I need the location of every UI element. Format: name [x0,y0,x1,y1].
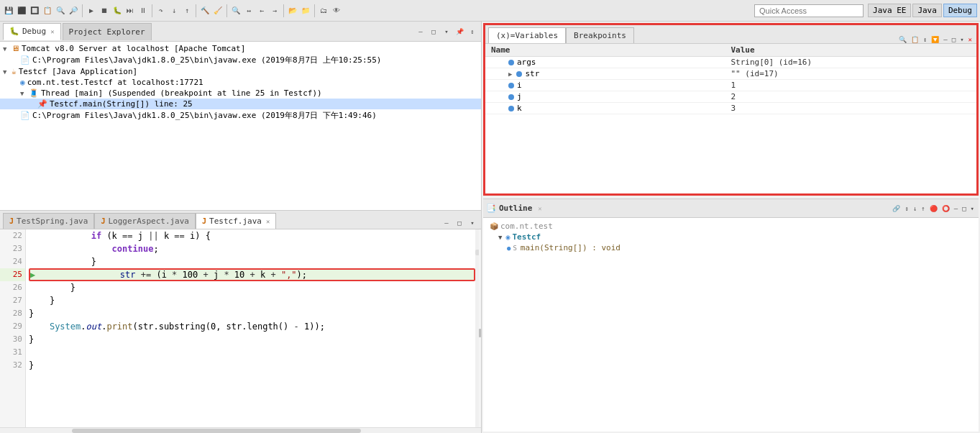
perspective-java-ee[interactable]: Java EE [868,4,911,17]
outline-action-3[interactable]: ↓ [912,205,918,212]
var-row-j[interactable]: j 2 [485,91,976,103]
quick-access-input[interactable] [754,4,864,17]
variables-tab[interactable]: (x)= Variables [488,27,566,43]
tree-item-tomcat-process[interactable]: 📄 C:\Program Files\Java\jdk1.8.0_25\bin\… [0,54,481,66]
tree-item-testcf-app[interactable]: ▼ ☕ Testcf [Java Application] [0,66,481,77]
toolbar-icon-3[interactable]: 🔲 [29,5,40,17]
editor-tab-testcf[interactable]: J Testcf.java ✕ [196,213,276,229]
outline-action-4[interactable]: ↑ [920,205,926,212]
var-minimize-btn[interactable]: — [942,36,948,43]
outline-maximize-btn[interactable]: □ [961,205,967,212]
var-action-3[interactable]: ↕ [922,36,928,43]
args-value: String[0] (id=16) [731,58,971,67]
var-action-2[interactable]: 📋 [910,36,920,43]
var-close-btn[interactable]: ✕ [967,36,974,43]
stop-icon[interactable]: ⏹ [99,5,110,17]
editor-scrollbar[interactable] [475,229,481,427]
var-row-k[interactable]: k 3 [485,103,976,114]
line-numbers: 22 23 24 25 26 27 28 29 30 31 32 [0,229,26,427]
separator-4 [226,4,227,17]
var-row-str[interactable]: ▶ str "" (id=17) [485,68,976,80]
editor-view-menu-btn[interactable]: ▾ [467,217,478,229]
str-expand-arrow[interactable]: ▶ [508,70,512,78]
toolbar-icon-6[interactable]: 🔎 [68,5,79,17]
editor-tab-testspring-label: TestSpring.java [17,216,88,226]
run-icon[interactable]: ▶ [86,5,97,17]
clean-icon[interactable]: 🧹 [212,5,224,17]
outline-package[interactable]: 📦 com.nt.test [483,221,979,232]
back-icon[interactable]: ← [256,5,267,17]
editor-maximize-btn[interactable]: □ [454,217,465,229]
toolbar-icon-4[interactable]: 📋 [42,5,53,17]
maximize-btn[interactable]: □ [428,26,439,37]
editor-tab-testspring[interactable]: J TestSpring.java [3,213,94,229]
tree-item-tomcat[interactable]: ▼ 🖥 Tomcat v8.0 Server at localhost [Apa… [0,43,481,54]
str-value: "" (id=17) [731,69,971,78]
tree-arrow-thread: ▼ [20,90,29,97]
open-resource-icon[interactable]: 📁 [300,5,311,17]
var-row-args[interactable]: args String[0] (id=16) [485,57,976,68]
step-over-icon[interactable]: ↷ [155,5,167,17]
editor-minimize-btn[interactable]: — [441,217,452,229]
minimize-btn[interactable]: — [415,26,426,37]
debug-tab[interactable]: 🐛 Debug ✕ [3,23,61,40]
resume-icon[interactable]: ⏭ [124,5,136,17]
args-name: args [517,58,536,67]
minimap [479,229,481,427]
java-icon-3: J [202,217,206,225]
toolbar-icon-5[interactable]: 🔍 [55,5,66,17]
outline-minimize-btn[interactable]: — [953,205,959,212]
debug-icon[interactable]: 🐛 [111,5,123,17]
search-icon[interactable]: 🔍 [230,5,242,17]
perspective-icon[interactable]: 🗂 [318,5,329,17]
editor-tab-logger[interactable]: J LoggerAspect.java [94,213,196,229]
toolbar-icon-2[interactable]: ⬛ [16,5,27,17]
editor-bottom-scrollbar[interactable] [0,427,481,433]
tree-item-thread[interactable]: ▼ 🧵 Thread [main] (Suspended (breakpoint… [0,88,481,99]
outline-content: 📦 com.nt.test ▼ ◉ Testcf ● S main(String… [483,218,979,432]
debug-tree[interactable]: ▼ 🖥 Tomcat v8.0 Server at localhost [Apa… [0,42,481,211]
var-action-1[interactable]: 🔍 [897,36,908,43]
view-menu-btn[interactable]: ▾ [441,26,452,37]
step-return-icon[interactable]: ↑ [181,5,193,17]
navigate-icon[interactable]: ↔ [243,5,255,17]
build-icon[interactable]: 🔨 [199,5,211,17]
suspend-icon[interactable]: ⏸ [137,5,149,17]
var-maximize-btn[interactable]: □ [951,36,957,43]
pin-btn[interactable]: 📌 [454,26,465,37]
outline-action-5[interactable]: 🔴 [928,205,939,212]
step-into-icon[interactable]: ↓ [168,5,180,17]
perspective-debug[interactable]: Debug [943,4,977,17]
process-2-label: C:\Program Files\Java\jdk1.8.0_25\bin\ja… [32,110,377,121]
tomcat-label: Tomcat v8.0 Server at localhost [Apache … [22,44,245,53]
open-type-icon[interactable]: 📂 [287,5,298,17]
code-line-32: } [29,359,475,372]
tree-item-process-2[interactable]: 📄 C:\Program Files\Java\jdk1.8.0_25\bin\… [0,109,481,122]
outline-action-6[interactable]: ⭕ [940,205,951,212]
class-expand-arrow[interactable]: ▼ [498,234,502,241]
perspective-java[interactable]: Java [912,4,942,17]
save-icon[interactable]: 💾 [3,5,14,17]
outline-menu-btn[interactable]: ▾ [969,205,976,212]
tree-item-frame[interactable]: 📌 Testcf.main(String[]) line: 25 [0,99,481,109]
outline-class-testcf[interactable]: ▼ ◉ Testcf [483,232,979,242]
outline-action-1[interactable]: 🔗 [891,205,902,212]
view-icon[interactable]: 👁 [331,5,342,17]
tree-item-class[interactable]: ◉ com.nt.test.Testcf at localhost:17721 [0,77,481,88]
code-editor[interactable]: 22 23 24 25 26 27 28 29 30 31 32 if [0,229,481,427]
breakpoints-tab[interactable]: Breakpoints [566,27,634,43]
var-menu-btn[interactable]: ▾ [958,36,965,43]
var-name-args: args [491,58,731,67]
outline-action-2[interactable]: ↕ [903,205,910,212]
code-content[interactable]: if (k == j || k == i) { continue; } ▶ [26,229,475,427]
forward-icon[interactable]: → [269,5,280,17]
server-icon: 🖥 [12,44,19,53]
editor-tab-testcf-close[interactable]: ✕ [266,218,270,225]
outline-main-method[interactable]: ● S main(String[]) : void [483,242,979,253]
var-action-4[interactable]: 🔽 [930,36,940,43]
var-row-i[interactable]: i 1 [485,80,976,91]
project-explorer-tab[interactable]: Project Explorer [63,23,152,40]
debug-tab-close[interactable]: ✕ [50,28,54,35]
sync-btn[interactable]: ↕ [467,26,478,37]
separator-3 [196,4,196,17]
